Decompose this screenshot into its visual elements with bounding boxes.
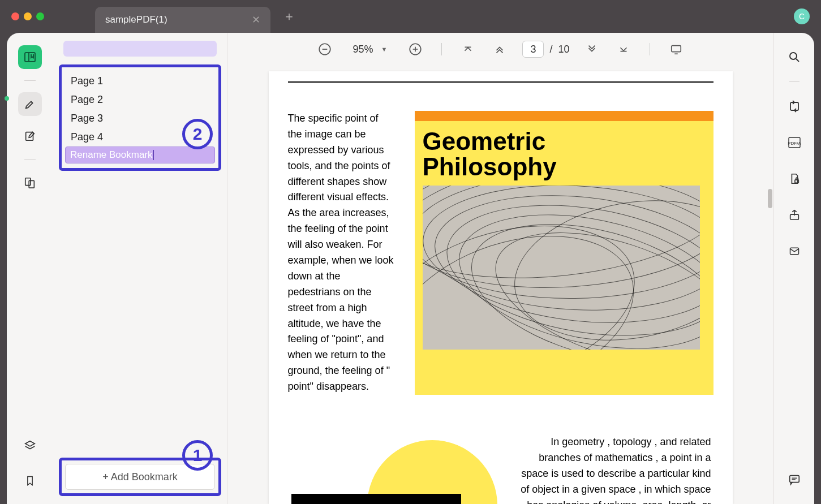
bookmark-ribbon-icon	[24, 475, 36, 487]
page-rule	[288, 81, 713, 83]
bookmarks-list-callout-box: Page 1 Page 2 Page 3 Page 4 Rename Bookm…	[59, 64, 221, 171]
first-page-icon	[462, 43, 474, 55]
left-tool-rail	[7, 33, 53, 504]
bookmark-rename-value: Rename Bookmark	[70, 149, 153, 161]
close-window-button[interactable]	[11, 12, 19, 20]
add-bookmark-label: + Add Bookmark	[102, 471, 178, 483]
pdfa-icon: PDF/A	[787, 136, 802, 149]
svg-rect-2	[25, 178, 31, 186]
main-area: 95% ▼ 3 / 10	[227, 33, 773, 504]
svg-rect-14	[789, 476, 799, 483]
rotate-button[interactable]	[783, 94, 806, 118]
toolbar-separator	[650, 43, 650, 55]
chevron-down-icon: ▼	[381, 46, 388, 53]
zoom-value: 95%	[353, 44, 373, 55]
last-page-icon	[617, 43, 630, 55]
paragraph-2: In geometry , topology , and related bra…	[520, 434, 713, 504]
hero-image	[423, 186, 700, 350]
comments-button[interactable]	[783, 468, 806, 492]
mail-button[interactable]	[783, 239, 806, 263]
hero-title-line2: Philosophy	[423, 153, 557, 180]
annotation-pencil-icon	[24, 130, 36, 142]
workspace: Page 1 Page 2 Page 3 Page 4 Rename Bookm…	[7, 33, 814, 504]
svg-rect-6	[672, 46, 681, 52]
toolbar-separator	[441, 43, 442, 55]
hero-title: Geometric Philosophy	[423, 129, 706, 180]
bookmarks-panel-button[interactable]	[18, 45, 42, 69]
search-button[interactable]	[783, 45, 806, 69]
user-avatar[interactable]: C	[794, 8, 810, 24]
next-page-button[interactable]	[583, 40, 601, 58]
svg-rect-3	[29, 180, 34, 188]
search-icon	[788, 50, 801, 64]
callout-number-2: 2	[182, 119, 213, 149]
secure-pdf-button[interactable]	[783, 167, 806, 191]
present-button[interactable]	[667, 40, 685, 58]
top-toolbar: 95% ▼ 3 / 10	[227, 33, 773, 66]
pdf-page: The specific point of the image can be e…	[269, 71, 733, 504]
window-controls	[11, 12, 44, 20]
last-page-button[interactable]	[614, 40, 633, 58]
svg-text:PDF/A: PDF/A	[788, 141, 801, 146]
text-caret	[153, 150, 154, 160]
layers-icon	[24, 440, 36, 452]
share-icon	[788, 208, 801, 222]
document-tab[interactable]: samplePDF(1) ✕	[95, 7, 270, 33]
mail-icon	[788, 245, 801, 257]
rotate-icon	[788, 100, 801, 113]
bookmarks-panel-icon	[23, 50, 37, 64]
present-icon	[669, 43, 683, 55]
prev-page-button[interactable]	[491, 40, 509, 58]
comments-icon	[788, 473, 801, 486]
compare-docs-icon	[24, 176, 36, 189]
total-pages: 10	[558, 44, 569, 55]
bookmark-item[interactable]: Page 2	[65, 91, 215, 109]
new-tab-button[interactable]: ＋	[283, 8, 295, 25]
prev-page-icon	[493, 43, 506, 55]
bottom-image-block	[291, 494, 461, 504]
bookmarks-sidebar: Page 1 Page 2 Page 3 Page 4 Rename Bookm…	[53, 33, 227, 504]
first-page-button[interactable]	[459, 40, 477, 58]
secure-pdf-icon	[788, 172, 801, 186]
sidebar-header-highlight	[63, 41, 217, 57]
page-indicator: 3 / 10	[522, 41, 569, 58]
pdfa-button[interactable]: PDF/A	[783, 131, 806, 154]
document-viewport[interactable]: The specific point of the image can be e…	[227, 66, 773, 504]
svg-rect-11	[794, 180, 798, 183]
callout-number-1: 1	[182, 440, 213, 471]
titlebar: samplePDF(1) ✕ ＋ C	[0, 0, 821, 33]
right-tool-rail: PDF/A	[773, 33, 814, 504]
zoom-out-icon	[317, 42, 332, 57]
bookmark-rename-input[interactable]: Rename Bookmark	[65, 147, 215, 163]
page-separator: /	[549, 44, 552, 55]
paragraph-1: The specific point of the image can be e…	[288, 111, 396, 395]
current-page-input[interactable]: 3	[522, 41, 544, 58]
rail-separator	[24, 80, 36, 81]
close-tab-icon[interactable]: ✕	[252, 14, 260, 26]
hero-title-line1: Geometric	[423, 127, 546, 155]
rail-separator	[789, 81, 799, 82]
zoom-out-button[interactable]	[316, 40, 334, 58]
scrollbar-thumb[interactable]	[768, 189, 772, 208]
compare-docs-button[interactable]	[18, 171, 42, 195]
activity-indicator	[5, 96, 9, 101]
svg-point-7	[790, 53, 797, 59]
hero-accent-bar	[415, 111, 713, 121]
bookmark-ribbon-button[interactable]	[18, 469, 42, 493]
tab-title: samplePDF(1)	[105, 14, 167, 25]
layers-button[interactable]	[18, 434, 42, 458]
next-page-icon	[586, 43, 598, 55]
minimize-window-button[interactable]	[24, 12, 32, 20]
hero-block: Geometric Philosophy	[415, 111, 713, 395]
share-button[interactable]	[783, 203, 806, 227]
svg-rect-8	[790, 102, 798, 110]
bookmark-item[interactable]: Page 1	[65, 72, 215, 91]
rail-separator	[24, 159, 36, 160]
zoom-in-button[interactable]	[406, 40, 424, 58]
highlighter-tool-button[interactable]	[18, 92, 42, 116]
maximize-window-button[interactable]	[36, 12, 44, 20]
zoom-select[interactable]: 95% ▼	[347, 41, 393, 58]
zoom-in-icon	[408, 42, 423, 57]
annotation-tool-button[interactable]	[18, 124, 42, 148]
highlighter-icon	[24, 98, 36, 110]
